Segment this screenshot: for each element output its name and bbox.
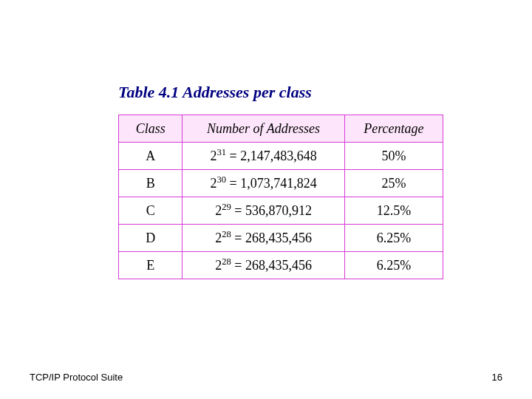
exponent: 29 [222,202,231,212]
value: 536,870,912 [245,203,312,218]
exponent: 28 [222,256,231,267]
header-percentage: Percentage [344,115,443,143]
cell-number: 230 = 1,073,741,824 [183,170,345,197]
footer-source: TCP/IP Protocol Suite [30,372,123,383]
cell-class: C [119,197,183,225]
cell-percentage: 12.5% [344,197,443,225]
cell-number: 228 = 268,435,456 [183,225,345,252]
exponent: 31 [216,147,226,157]
table-row: B 230 = 1,073,741,824 25% [119,170,443,197]
exponent: 28 [222,229,231,239]
cell-class: B [119,170,183,197]
page-number: 16 [492,372,502,383]
cell-number: 231 = 2,147,483,648 [183,143,345,170]
cell-class: E [119,252,183,279]
value: 268,435,456 [245,258,312,273]
header-class: Class [119,115,183,143]
table-header-row: Class Number of Addresses Percentage [119,115,443,143]
header-number: Number of Addresses [183,115,345,143]
value: 1,073,741,824 [240,176,317,191]
cell-class: A [119,143,183,170]
cell-number: 229 = 536,870,912 [183,197,345,225]
cell-class: D [119,225,183,252]
value: 268,435,456 [245,231,312,245]
table-row: C 229 = 536,870,912 12.5% [119,197,443,225]
cell-percentage: 50% [344,143,443,170]
address-class-table: Class Number of Addresses Percentage A 2… [118,115,443,279]
value: 2,147,483,648 [240,149,317,163]
table-row: E 228 = 268,435,456 6.25% [119,252,443,279]
table-caption: Table 4.1 Addresses per class [118,83,312,102]
cell-percentage: 6.25% [344,252,443,279]
exponent: 30 [216,174,226,185]
slide: Table 4.1 Addresses per class Class Numb… [0,0,532,399]
table-row: A 231 = 2,147,483,648 50% [119,143,443,170]
cell-number: 228 = 268,435,456 [183,252,345,279]
cell-percentage: 25% [344,170,443,197]
table: Class Number of Addresses Percentage A 2… [118,115,443,279]
table-row: D 228 = 268,435,456 6.25% [119,225,443,252]
cell-percentage: 6.25% [344,225,443,252]
